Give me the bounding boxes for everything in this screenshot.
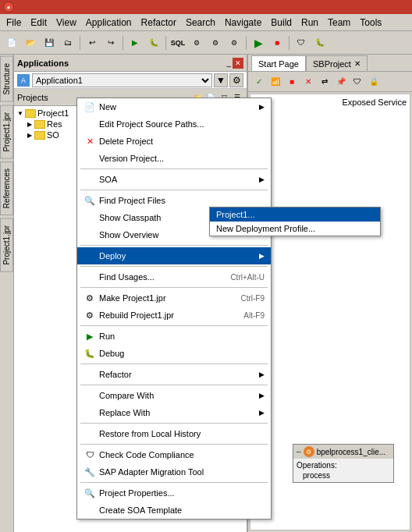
tab-sbproject[interactable]: SBProject ✕ (306, 55, 368, 71)
submenu-project1[interactable]: Project1... (210, 207, 380, 222)
toolbar-save[interactable]: 💾 (41, 34, 58, 51)
ctx-replace[interactable]: Replace With ▶ (77, 404, 271, 421)
toolbar-run[interactable]: ▶ (126, 34, 144, 51)
ctx-rebuild-icon: ⚙ (83, 309, 96, 321)
ctx-delete-label: Delete Project (99, 137, 153, 146)
sidebar-tab-project[interactable]: Project1.jpr (0, 105, 13, 159)
toolbar-open[interactable]: 📂 (22, 34, 39, 51)
sidebar-tab-references[interactable]: References (0, 161, 13, 215)
ctx-debug[interactable]: 🐛 Debug (77, 345, 271, 362)
ctx-new[interactable]: 📄 New ▶ (77, 98, 271, 115)
ctx-sep-2 (80, 190, 268, 190)
toolbar-debug[interactable]: 🐛 (145, 34, 162, 51)
menu-view[interactable]: View (52, 16, 81, 30)
menu-search[interactable]: Search (181, 16, 220, 30)
ctx-soa[interactable]: SOA ▶ (77, 171, 271, 188)
main-toolbar: 📄 📂 💾 🗂 ↩ ↪ ▶ 🐛 SQL ⚙ ⚙ ⚙ ▶ ■ 🛡 🐛 (0, 31, 412, 55)
ctx-restore[interactable]: Restore from Local History (77, 425, 271, 442)
app-dropdown-btn[interactable]: ▼ (214, 73, 228, 87)
ctx-version-icon (83, 152, 96, 165)
toolbar-shield[interactable]: 🛡 (293, 34, 310, 51)
apps-minimize[interactable]: _ (226, 59, 231, 67)
menu-navigate[interactable]: Navigate (220, 16, 266, 30)
ctx-create-template[interactable]: Create SOA Template (77, 502, 271, 519)
menu-team[interactable]: Team (323, 16, 355, 30)
toolbar-undo[interactable]: ↩ (83, 34, 101, 51)
menu-run[interactable]: Run (297, 16, 323, 30)
ctx-find-usages[interactable]: Find Usages... Ctrl+Alt-U (77, 268, 271, 286)
menu-file[interactable]: File (2, 16, 26, 30)
apps-close-button[interactable]: ✕ (233, 58, 243, 69)
right-panel: Start Page SBProject ✕ ✓ 📶 ■ ✕ ⇄ 📌 🛡 🔒 E… (248, 55, 412, 532)
sidebar-tab-structure[interactable]: Structure (0, 56, 13, 102)
process-title-bar: ─ ⚙ bpelprocess1_clie... (293, 445, 393, 459)
ctx-rebuild[interactable]: ⚙ Rebuild Project1.jpr Alt-F9 (77, 307, 271, 324)
rt-something[interactable]: 📌 (333, 74, 349, 90)
title-bar: ● (0, 0, 412, 14)
toolbar-extra2[interactable]: ⚙ (188, 34, 205, 51)
rt-error[interactable]: ✕ (300, 74, 316, 90)
ctx-make[interactable]: ⚙ Make Project1.jpr Ctrl-F9 (77, 289, 271, 307)
ctx-check-code[interactable]: 🛡 Check Code Compliance (77, 446, 271, 463)
toolbar-extra1[interactable]: SQL (169, 34, 186, 51)
ctx-classpath-label: Show Classpath (99, 213, 162, 222)
ctx-version[interactable]: Version Project... (77, 150, 271, 167)
ctx-edit-label: Edit Project Source Paths... (99, 119, 204, 129)
toolbar-extra3[interactable]: ⚙ (207, 34, 224, 51)
tree-label-res: Res (47, 119, 62, 129)
ctx-run[interactable]: ▶ Run (77, 328, 271, 345)
process-operations-row: Operations: (297, 460, 390, 470)
ctx-restore-icon (83, 427, 96, 440)
tab-close[interactable]: ✕ (354, 59, 360, 68)
toolbar-extra4[interactable]: ⚙ (226, 34, 243, 51)
toolbar-play-green[interactable]: ▶ (250, 34, 267, 51)
ctx-properties[interactable]: 🔍 Project Properties... (77, 484, 271, 502)
ctx-deploy-label: Deploy (99, 251, 126, 261)
toolbar-stop[interactable]: ■ (268, 34, 286, 51)
ctx-compare[interactable]: Compare With ▶ (77, 387, 271, 404)
submenu-new-profile[interactable]: New Deployment Profile... (210, 222, 380, 236)
menu-refactor[interactable]: Refactor (137, 16, 181, 30)
ctx-delete[interactable]: ✕ Delete Project (77, 133, 271, 150)
toolbar-new[interactable]: 📄 (3, 34, 20, 51)
toolbar-separator-5 (289, 36, 289, 50)
ctx-edit-paths[interactable]: Edit Project Source Paths... (77, 115, 271, 133)
ctx-refactor-arrow: ▶ (259, 371, 265, 378)
rt-shield[interactable]: 🛡 (350, 74, 365, 90)
ctx-usages-icon (83, 271, 96, 283)
ctx-refactor[interactable]: Refactor ▶ (77, 366, 271, 383)
menu-build[interactable]: Build (266, 16, 297, 30)
tab-bar: Start Page SBProject ✕ (248, 55, 412, 72)
ctx-debug-icon: 🐛 (83, 347, 96, 360)
rt-stop[interactable]: ■ (284, 74, 300, 90)
ctx-run-icon: ▶ (83, 330, 96, 342)
ctx-deploy[interactable]: Deploy ▶ (77, 247, 271, 264)
ctx-template-icon (83, 504, 96, 516)
menu-application[interactable]: Application (81, 16, 137, 30)
tab-start-page[interactable]: Start Page (251, 55, 306, 71)
main-area: Structure Project1.jpr References Projec… (0, 55, 412, 532)
ctx-make-icon: ⚙ (83, 292, 96, 304)
rt-signal[interactable]: 📶 (268, 74, 283, 90)
exposed-services-label: Exposed Service (342, 98, 407, 107)
process-body: Operations: process (293, 459, 393, 482)
tab-start-label: Start Page (258, 59, 299, 69)
process-box[interactable]: ─ ⚙ bpelprocess1_clie... Operations: pro… (293, 444, 394, 483)
application-select[interactable]: Application1 (32, 73, 212, 87)
rt-lock[interactable]: 🔒 (366, 74, 382, 90)
right-toolbar: ✓ 📶 ■ ✕ ⇄ 📌 🛡 🔒 (248, 72, 412, 92)
process-icon: ⚙ (304, 446, 314, 457)
ctx-sap[interactable]: 🔧 SAP Adapter Migration Tool (77, 463, 271, 481)
ctx-edit-icon (83, 118, 96, 130)
toolbar-bug[interactable]: 🐛 (311, 34, 329, 51)
menu-tools[interactable]: Tools (355, 16, 386, 30)
menu-edit[interactable]: Edit (26, 16, 52, 30)
rt-transfer[interactable]: ⇄ (317, 74, 332, 90)
rt-validate[interactable]: ✓ (251, 74, 267, 90)
ctx-delete-icon: ✕ (83, 135, 96, 147)
app-settings-btn[interactable]: ⚙ (229, 73, 243, 87)
sidebar-tab-project2[interactable]: Project1.jpr (0, 218, 13, 272)
toolbar-save-all[interactable]: 🗂 (59, 34, 76, 51)
toolbar-redo[interactable]: ↪ (102, 34, 119, 51)
folder-icon-res (34, 120, 45, 129)
